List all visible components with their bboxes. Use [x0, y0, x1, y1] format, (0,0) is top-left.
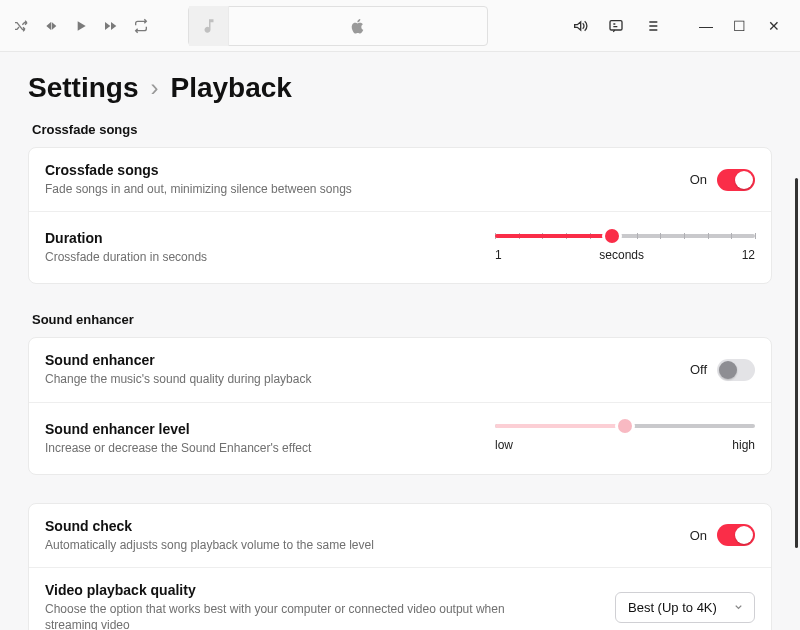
row-title: Crossfade songs	[45, 162, 352, 178]
previous-track-icon[interactable]	[40, 15, 62, 37]
row-subtitle: Fade songs in and out, minimizing silenc…	[45, 181, 352, 197]
row-title: Sound enhancer	[45, 352, 311, 368]
sound-check-toggle[interactable]	[717, 524, 755, 546]
apple-logo-icon	[229, 17, 487, 35]
row-subtitle: Change the music's sound quality during …	[45, 371, 311, 387]
breadcrumb-root[interactable]: Settings	[28, 72, 138, 104]
section-label-enhancer: Sound enhancer	[32, 312, 768, 327]
next-track-icon[interactable]	[100, 15, 122, 37]
slider-unit-label: seconds	[599, 248, 644, 262]
breadcrumb: Settings › Playback	[28, 72, 772, 104]
queue-list-icon[interactable]	[641, 15, 663, 37]
music-note-icon	[189, 6, 229, 46]
sound-enhancer-toggle[interactable]	[717, 359, 755, 381]
now-playing-bar	[188, 6, 488, 46]
row-title: Sound enhancer level	[45, 421, 311, 437]
shuffle-icon[interactable]	[10, 15, 32, 37]
crossfade-duration-slider[interactable]	[495, 234, 755, 238]
row-title: Sound check	[45, 518, 374, 534]
window-controls: — ☐ ✕	[699, 19, 790, 33]
row-subtitle: Increase or decrease the Sound Enhancer'…	[45, 440, 311, 456]
slider-low-label: low	[495, 438, 513, 452]
crossfade-toggle[interactable]	[717, 169, 755, 191]
volume-icon[interactable]	[569, 15, 591, 37]
toggle-state-label: On	[690, 528, 707, 543]
row-subtitle: Crossfade duration in seconds	[45, 249, 207, 265]
chevron-down-icon	[733, 600, 744, 615]
crossfade-toggle-row: Crossfade songs Fade songs in and out, m…	[29, 148, 771, 212]
breadcrumb-current: Playback	[170, 72, 291, 104]
top-toolbar: — ☐ ✕	[0, 0, 800, 52]
toggle-state-label: On	[690, 172, 707, 187]
section-label-crossfade: Crossfade songs	[32, 122, 768, 137]
other-playback-group: Sound check Automatically adjusts song p…	[28, 503, 772, 630]
slider-high-label: high	[732, 438, 755, 452]
slider-min-label: 1	[495, 248, 502, 262]
toggle-state-label: Off	[690, 362, 707, 377]
sound-enhancer-level-row: Sound enhancer level Increase or decreas…	[29, 403, 771, 474]
select-value: Best (Up to 4K)	[628, 600, 717, 615]
row-title: Duration	[45, 230, 207, 246]
sound-check-row: Sound check Automatically adjusts song p…	[29, 504, 771, 568]
close-window-icon[interactable]: ✕	[768, 19, 780, 33]
lyrics-icon[interactable]	[605, 15, 627, 37]
right-toolbar	[569, 15, 663, 37]
scrollbar-thumb[interactable]	[795, 178, 798, 548]
crossfade-duration-row: Duration Crossfade duration in seconds 1…	[29, 212, 771, 283]
svg-rect-0	[610, 20, 622, 29]
sound-enhancer-level-slider[interactable]	[495, 424, 755, 428]
sound-enhancer-toggle-row: Sound enhancer Change the music's sound …	[29, 338, 771, 402]
transport-controls	[10, 15, 152, 37]
repeat-icon[interactable]	[130, 15, 152, 37]
play-icon[interactable]	[70, 15, 92, 37]
row-title: Video playback quality	[45, 582, 507, 598]
maximize-window-icon[interactable]: ☐	[733, 19, 746, 33]
chevron-right-icon: ›	[150, 74, 158, 102]
video-quality-select[interactable]: Best (Up to 4K)	[615, 592, 755, 623]
crossfade-group: Crossfade songs Fade songs in and out, m…	[28, 147, 772, 284]
row-subtitle: Automatically adjusts song playback volu…	[45, 537, 374, 553]
sound-enhancer-group: Sound enhancer Change the music's sound …	[28, 337, 772, 474]
slider-max-label: 12	[742, 248, 755, 262]
video-quality-row: Video playback quality Choose the option…	[29, 568, 771, 630]
minimize-window-icon[interactable]: —	[699, 19, 711, 33]
row-subtitle: Choose the option that works best with y…	[45, 601, 507, 630]
